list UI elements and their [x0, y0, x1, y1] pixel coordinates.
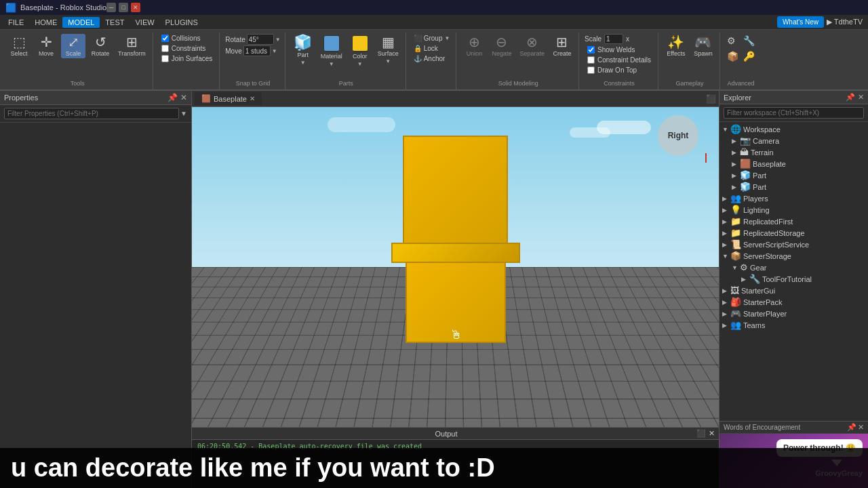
move-button[interactable]: ✛ Move: [34, 34, 58, 58]
tree-arrow-starter_pack[interactable]: ▶: [722, 299, 730, 306]
tree-arrow-tool_for_tutorial[interactable]: ▶: [741, 276, 749, 283]
adv-icon-4[interactable]: 🔑: [742, 49, 756, 63]
menu-file[interactable]: FILE: [3, 17, 29, 28]
tree-arrow-replicated_storage[interactable]: ▶: [722, 230, 730, 237]
tree-item-gear[interactable]: ▼⚙Gear: [719, 262, 868, 273]
constraint-details-toggle[interactable]: Constraint Details: [585, 56, 654, 64]
adv-icon-2[interactable]: 🔧: [742, 34, 756, 47]
show-welds-toggle[interactable]: Show Welds: [585, 45, 637, 54]
explorer-pin-icon[interactable]: 📌: [846, 93, 855, 102]
collisions-checkbox[interactable]: [161, 35, 169, 42]
tree-arrow-starter_player[interactable]: ▶: [722, 310, 730, 317]
properties-pin-icon[interactable]: 📌: [167, 93, 178, 102]
explorer-close-icon[interactable]: ✕: [858, 93, 864, 102]
tree-item-terrain[interactable]: ▶🏔Terrain: [719, 146, 868, 158]
tree-item-baseplate[interactable]: ▶🟫Baseplate: [719, 158, 868, 169]
lock-button[interactable]: 🔒 Lock: [412, 44, 440, 53]
transform-button[interactable]: ⊞ Transform: [115, 34, 149, 58]
close-button[interactable]: ✕: [131, 3, 140, 12]
tree-item-replicated_storage[interactable]: ▶📁ReplicatedStorage: [719, 227, 868, 239]
material-button[interactable]: Material ▼: [318, 34, 345, 68]
group-button[interactable]: ⬛ Group ▼: [412, 34, 452, 43]
viewport-icon-btn[interactable]: ⬛: [706, 94, 716, 104]
filter-arrow-icon[interactable]: ▼: [180, 110, 187, 117]
minimize-button[interactable]: ─: [106, 3, 116, 12]
rotate-button[interactable]: ↺ Rotate: [88, 34, 113, 58]
create-solid-button[interactable]: ⊞ Create: [550, 34, 574, 58]
constraints-toggle[interactable]: Constraints: [159, 44, 209, 53]
tree-arrow-teams[interactable]: ▶: [722, 322, 730, 329]
surface-button[interactable]: ▦ Surface ▼: [375, 34, 401, 66]
surface-dropdown-icon[interactable]: ▼: [385, 58, 391, 64]
tree-item-players[interactable]: ▶👥Players: [719, 192, 868, 204]
group-dropdown-icon[interactable]: ▼: [445, 35, 450, 41]
properties-close-icon[interactable]: ✕: [180, 93, 187, 102]
stream-icon[interactable]: ▶ TdtheTV: [827, 18, 863, 26]
tree-item-workspace[interactable]: ▼🌐Workspace: [719, 123, 868, 135]
output-expand-icon[interactable]: ⬛: [696, 429, 706, 438]
encouragement-close-icon[interactable]: ✕: [858, 423, 864, 432]
move-snap-input[interactable]: [243, 45, 271, 56]
material-dropdown-icon[interactable]: ▼: [329, 61, 334, 67]
tree-arrow-terrain[interactable]: ▶: [732, 149, 740, 156]
separate-button[interactable]: ⊗ Separate: [517, 34, 547, 58]
menu-model[interactable]: MODEL: [62, 17, 100, 28]
rotate-dropdown-icon[interactable]: ▼: [275, 37, 281, 43]
encouragement-pin-icon[interactable]: 📌: [847, 423, 856, 432]
part-dropdown-icon[interactable]: ▼: [300, 60, 306, 66]
whats-new-button[interactable]: What's New: [777, 16, 824, 28]
menu-plugins[interactable]: PLUGINS: [160, 17, 203, 28]
tree-item-teams[interactable]: ▶👥Teams: [719, 319, 868, 331]
baseplate-tab-close[interactable]: ✕: [250, 95, 255, 102]
constraints-checkbox[interactable]: [161, 45, 169, 52]
union-button[interactable]: ⊕ Union: [462, 34, 486, 58]
scale-input[interactable]: [604, 34, 623, 44]
tree-item-starter_player[interactable]: ▶🎮StarterPlayer: [719, 308, 868, 319]
menu-home[interactable]: HOME: [29, 17, 62, 28]
tree-arrow-server_script_service[interactable]: ▶: [722, 241, 730, 248]
tree-arrow-lighting[interactable]: ▶: [722, 207, 730, 214]
show-welds-checkbox[interactable]: [587, 46, 595, 54]
color-dropdown-icon[interactable]: ▼: [357, 61, 363, 67]
rotate-snap-input[interactable]: [247, 34, 274, 45]
part-button[interactable]: 🧊 Part ▼: [291, 34, 315, 67]
tree-item-server_script_service[interactable]: ▶📜ServerScriptService: [719, 239, 868, 250]
tree-arrow-part1[interactable]: ▶: [732, 172, 740, 179]
tree-item-tool_for_tutorial[interactable]: ▶🔧ToolForTutorial: [719, 273, 868, 285]
tree-arrow-part2[interactable]: ▶: [732, 184, 740, 190]
join-surfaces-checkbox[interactable]: [161, 55, 169, 62]
tree-item-camera[interactable]: ▶📷Camera: [719, 135, 868, 146]
adv-icon-3[interactable]: 📦: [726, 49, 740, 63]
tree-arrow-camera[interactable]: ▶: [732, 138, 740, 144]
anchor-button[interactable]: ⚓ Anchor: [412, 54, 448, 63]
tree-item-starter_pack[interactable]: ▶🎒StarterPack: [719, 296, 868, 308]
effects-button[interactable]: ✨ Effects: [664, 34, 688, 58]
spawn-button[interactable]: 🎮 Spawn: [691, 34, 715, 58]
output-close-icon[interactable]: ✕: [709, 429, 715, 438]
tree-arrow-starter_gui[interactable]: ▶: [722, 287, 730, 294]
tree-item-starter_gui[interactable]: ▶🖼StarterGui: [719, 285, 868, 296]
filter-workspace-input[interactable]: [724, 107, 864, 119]
move-dropdown-icon[interactable]: ▼: [272, 48, 277, 54]
draw-on-top-toggle[interactable]: Draw On Top: [585, 66, 639, 75]
tree-arrow-server_storage[interactable]: ▼: [722, 253, 730, 260]
tree-arrow-players[interactable]: ▶: [722, 195, 730, 202]
tree-item-part2[interactable]: ▶🧊Part: [719, 181, 868, 192]
tree-arrow-replicated_first[interactable]: ▶: [722, 218, 730, 225]
viewport[interactable]: Right 🖱 Output ⬛ ✕ 06:20:50.542 - Basepl…: [192, 107, 719, 488]
filter-properties-input[interactable]: [4, 108, 179, 119]
join-surfaces-toggle[interactable]: Join Surfaces: [159, 54, 216, 63]
baseplate-tab[interactable]: 🟫 Baseplate ✕: [195, 92, 262, 105]
menu-test[interactable]: TEST: [100, 17, 130, 28]
tree-arrow-workspace[interactable]: ▼: [722, 126, 730, 133]
tree-arrow-gear[interactable]: ▼: [732, 264, 740, 271]
collisions-toggle[interactable]: Collisions: [159, 34, 203, 43]
select-button[interactable]: ⬚ Select: [7, 34, 31, 58]
scale-button[interactable]: ⤢ Scale: [61, 34, 85, 58]
color-button[interactable]: Color ▼: [348, 34, 372, 68]
adv-icon-1[interactable]: ⚙: [726, 34, 740, 47]
tree-item-part1[interactable]: ▶🧊Part: [719, 169, 868, 181]
tree-arrow-baseplate[interactable]: ▶: [732, 161, 740, 167]
menu-view[interactable]: VIEW: [130, 17, 159, 28]
draw-on-top-checkbox[interactable]: [587, 66, 595, 74]
